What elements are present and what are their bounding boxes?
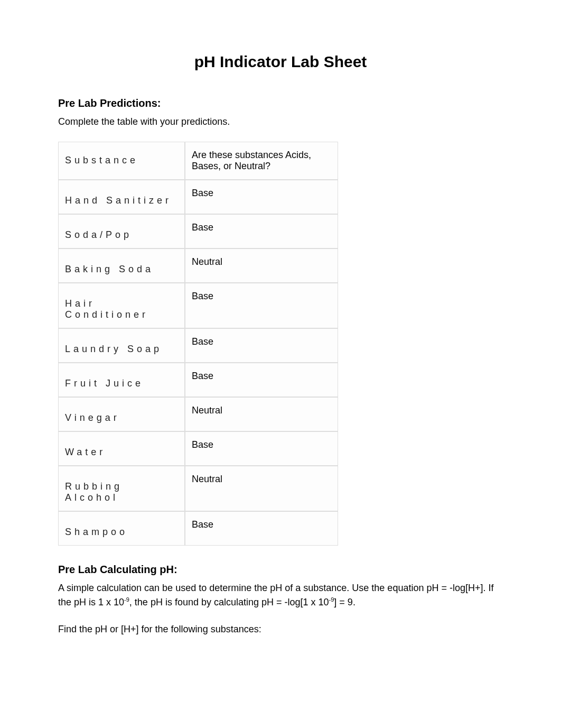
header-classification: Are these substances Acids, Bases, or Ne… — [185, 142, 338, 180]
table-row: Water Base — [58, 431, 338, 466]
prelab-calculating-heading: Pre Lab Calculating pH: — [58, 564, 503, 576]
substance-cell: Hand Sanitizer — [58, 180, 185, 214]
substance-cell: Vinegar — [58, 397, 185, 431]
substance-cell: Soda/Pop — [58, 214, 185, 248]
substance-cell: Fruit Juice — [58, 363, 185, 397]
classification-cell: Base — [185, 180, 338, 214]
header-substance: Substance — [58, 142, 185, 180]
followup-instruction: Find the pH or [H+] for the following su… — [58, 622, 503, 637]
classification-cell: Base — [185, 283, 338, 328]
substance-cell: Hair Conditioner — [58, 283, 185, 328]
table-row: Shampoo Base — [58, 511, 338, 546]
table-row: Vinegar Neutral — [58, 397, 338, 431]
calc-text-part2: , the pH is found by calculating pH = -l… — [129, 597, 329, 607]
classification-cell: Base — [185, 363, 338, 397]
calculating-paragraph: A simple calculation can be used to dete… — [58, 581, 503, 610]
substance-cell: Baking Soda — [58, 248, 185, 283]
prelab-predictions-heading: Pre Lab Predictions: — [58, 97, 503, 109]
table-row: Hand Sanitizer Base — [58, 180, 338, 214]
substance-cell: Water — [58, 431, 185, 466]
table-row: Baking Soda Neutral — [58, 248, 338, 283]
exponent-2: -9 — [329, 596, 334, 603]
table-row: Rubbing Alcohol Neutral — [58, 466, 338, 511]
classification-cell: Base — [185, 328, 338, 363]
calc-text-part3: ] = 9. — [334, 597, 356, 607]
classification-cell: Base — [185, 431, 338, 466]
classification-cell: Neutral — [185, 248, 338, 283]
table-row: Fruit Juice Base — [58, 363, 338, 397]
predictions-intro: Complete the table with your predictions… — [58, 115, 503, 129]
classification-cell: Base — [185, 214, 338, 248]
table-row: Laundry Soap Base — [58, 328, 338, 363]
exponent-1: -9 — [124, 596, 129, 603]
classification-cell: Base — [185, 511, 338, 546]
table-row: Hair Conditioner Base — [58, 283, 338, 328]
predictions-table: Substance Are these substances Acids, Ba… — [58, 142, 338, 546]
substance-cell: Rubbing Alcohol — [58, 466, 185, 511]
classification-cell: Neutral — [185, 397, 338, 431]
classification-cell: Neutral — [185, 466, 338, 511]
table-row: Soda/Pop Base — [58, 214, 338, 248]
page-title: pH Indicator Lab Sheet — [58, 53, 503, 71]
substance-cell: Shampoo — [58, 511, 185, 546]
table-header-row: Substance Are these substances Acids, Ba… — [58, 142, 338, 180]
substance-cell: Laundry Soap — [58, 328, 185, 363]
